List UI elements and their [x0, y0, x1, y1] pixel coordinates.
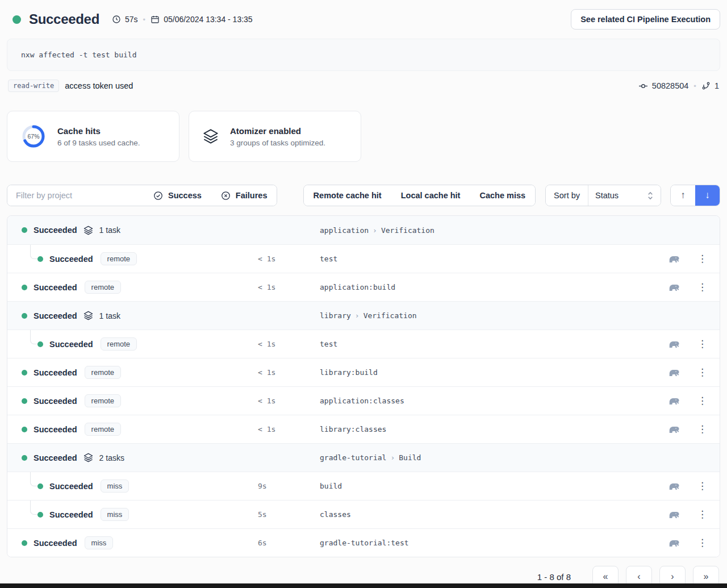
task-row[interactable]: Succeeded miss 6s gradle-tutorial:test ⋮ — [7, 528, 720, 557]
status-label: Succeeded — [49, 510, 93, 519]
row-actions: ⋮ — [668, 366, 711, 378]
meta-separator: • — [143, 15, 146, 24]
layers-icon — [203, 128, 219, 144]
status-label: Succeeded — [34, 283, 77, 292]
task-status-cluster: Succeeded remote — [7, 337, 137, 351]
meta-separator: • — [693, 82, 696, 90]
gradle-elephant-icon — [668, 283, 680, 292]
cache-hits-title: Cache hits — [57, 126, 140, 136]
task-name: application:build — [320, 283, 395, 291]
status-dot — [22, 227, 27, 233]
kebab-menu-icon[interactable]: ⋮ — [694, 366, 711, 378]
kebab-menu-icon[interactable]: ⋮ — [694, 253, 711, 265]
check-circle-icon — [153, 191, 163, 201]
task-row[interactable]: Succeeded miss 5s classes ⋮ — [7, 500, 720, 528]
kebab-menu-icon[interactable]: ⋮ — [694, 537, 711, 549]
gradle-elephant-icon — [668, 425, 680, 434]
kebab-menu-icon[interactable]: ⋮ — [694, 281, 711, 293]
status-label: Succeeded — [49, 255, 93, 264]
run-detail-page: Succeeded 57s • 05/06/2024 13:34 - 13:35… — [0, 0, 727, 587]
row-actions: ⋮ — [668, 423, 711, 435]
task-group-row[interactable]: Succeeded 1 task library›Verification — [7, 301, 720, 330]
task-group-row[interactable]: Succeeded 1 task application›Verificatio… — [7, 216, 720, 244]
gradle-elephant-icon — [668, 255, 680, 264]
task-list: Succeeded 1 task application›Verificatio… — [7, 215, 720, 557]
status-dot — [22, 455, 27, 461]
cache-miss-button[interactable]: Cache miss — [470, 185, 535, 206]
status-dot — [22, 398, 27, 404]
layers-icon — [83, 311, 93, 320]
cache-status-badge: remote — [85, 281, 121, 294]
cache-filter-group: Remote cache hit Local cache hit Cache m… — [303, 185, 536, 206]
kebab-menu-icon[interactable]: ⋮ — [694, 395, 711, 407]
bottom-bar — [0, 583, 727, 588]
see-related-ci-pipeline-button[interactable]: See related CI Pipeline Execution — [571, 9, 720, 30]
task-row[interactable]: Succeeded miss 9s build ⋮ — [7, 472, 720, 500]
task-row[interactable]: Succeeded remote < 1s library:classes ⋮ — [7, 415, 720, 443]
remote-cache-hit-button[interactable]: Remote cache hit — [304, 185, 391, 206]
status-label: Succeeded — [49, 340, 93, 349]
task-group-row[interactable]: Succeeded 2 tasks gradle-tutorial›Build — [7, 443, 720, 472]
row-actions: ⋮ — [668, 338, 711, 350]
task-name: classes — [320, 510, 351, 519]
task-row[interactable]: Succeeded remote < 1s application:build … — [7, 273, 720, 301]
run-status-dot — [12, 15, 21, 24]
calendar-icon — [151, 15, 160, 24]
status-dot — [22, 540, 27, 546]
target-name: Build — [399, 453, 421, 462]
task-status-cluster: Succeeded remote — [7, 366, 121, 379]
path-separator-icon: › — [390, 453, 395, 462]
sort-ascending-button[interactable]: ↑ — [671, 185, 695, 206]
kebab-menu-icon[interactable]: ⋮ — [694, 508, 711, 520]
status-dot — [22, 427, 27, 432]
task-name: test — [320, 340, 337, 348]
cache-hits-donut: 67% — [21, 124, 46, 149]
kebab-menu-icon[interactable]: ⋮ — [694, 338, 711, 350]
task-duration: < 1s — [258, 368, 275, 377]
task-duration: 6s — [258, 539, 267, 547]
task-status-cluster: Succeeded remote — [7, 423, 121, 436]
run-meta: 57s • 05/06/2024 13:34 - 13:35 — [112, 15, 253, 24]
sort-descending-button[interactable]: ↓ — [695, 185, 720, 206]
sort-status-select[interactable]: Status — [588, 185, 661, 206]
project-filter-group: Success Failures — [7, 185, 277, 206]
tree-connector — [30, 472, 37, 486]
success-filter-button[interactable]: Success — [144, 185, 211, 206]
run-header: Succeeded 57s • 05/06/2024 13:34 - 13:35… — [7, 9, 720, 30]
task-name: library:classes — [320, 425, 386, 433]
cache-hit-percent: 67% — [27, 133, 39, 140]
failures-filter-button[interactable]: Failures — [211, 185, 277, 206]
task-row[interactable]: Succeeded remote < 1s test ⋮ — [7, 330, 720, 358]
group-status-cluster: Succeeded 2 tasks — [7, 453, 124, 462]
atomizer-subtitle: 3 groups of tasks optimized. — [230, 139, 325, 147]
task-name: test — [320, 255, 337, 263]
project-name: application — [320, 226, 369, 235]
status-label: Succeeded — [34, 397, 77, 406]
task-row[interactable]: Succeeded remote < 1s test ⋮ — [7, 244, 720, 273]
task-row[interactable]: Succeeded remote < 1s library:build ⋮ — [7, 358, 720, 386]
status-dot — [22, 313, 27, 319]
kebab-menu-icon[interactable]: ⋮ — [694, 423, 711, 435]
run-duration: 57s — [125, 15, 138, 24]
cache-status-badge: remote — [85, 394, 121, 407]
local-cache-hit-button[interactable]: Local cache hit — [391, 185, 470, 206]
status-label: Succeeded — [34, 311, 77, 320]
access-token-text: access token used — [65, 81, 133, 90]
tree-connector — [30, 501, 37, 515]
task-name: application:classes — [320, 397, 404, 405]
commit-sha[interactable]: 50828504 — [652, 81, 689, 90]
status-dot — [37, 483, 43, 489]
row-actions: ⋮ — [668, 537, 711, 549]
task-row[interactable]: Succeeded remote < 1s application:classe… — [7, 386, 720, 415]
task-duration: < 1s — [258, 255, 275, 263]
tree-connector — [30, 330, 37, 344]
kebab-menu-icon[interactable]: ⋮ — [694, 480, 711, 492]
status-label: Succeeded — [34, 539, 77, 548]
cache-status-badge: miss — [85, 536, 114, 549]
filter-by-project-input[interactable] — [7, 185, 144, 206]
status-label: Succeeded — [34, 453, 77, 462]
task-status-cluster: Succeeded miss — [7, 479, 129, 493]
chevron-updown-icon — [647, 191, 654, 200]
status-label: Succeeded — [49, 482, 93, 491]
row-actions: ⋮ — [668, 281, 711, 293]
